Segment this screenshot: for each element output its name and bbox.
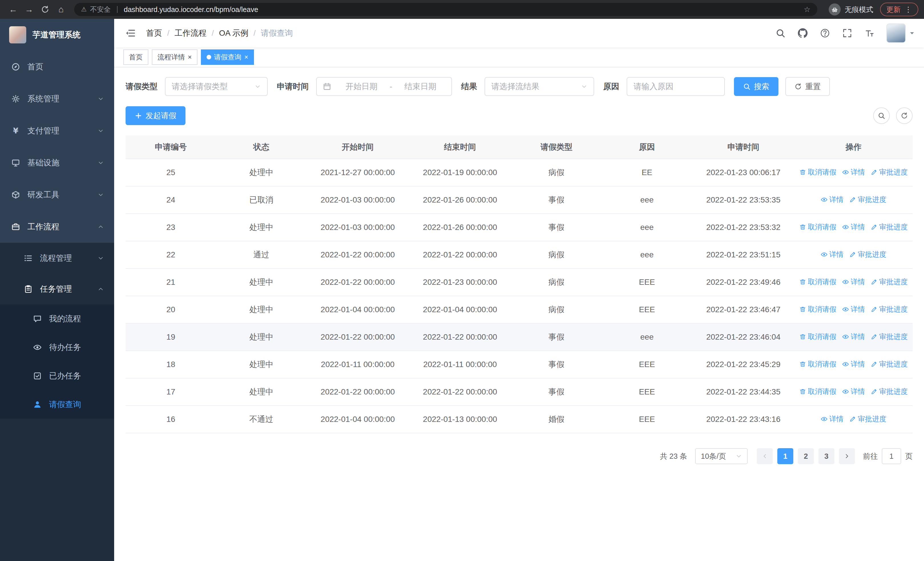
progress-link[interactable]: 审批进度 (871, 277, 908, 286)
goto-page-input[interactable] (882, 448, 901, 464)
toggle-search-button[interactable] (873, 107, 890, 124)
reason-input[interactable] (627, 77, 725, 96)
sidebar-item-payment-management[interactable]: ¥支付管理 (0, 115, 114, 147)
sidebar-item-my-processes[interactable]: 我的流程 (0, 304, 114, 333)
sidebar-toggle-icon[interactable] (123, 28, 138, 38)
sidebar-item-system-management[interactable]: 系统管理 (0, 83, 114, 115)
cancel-link[interactable]: 取消请假 (799, 359, 836, 369)
page-size-select[interactable]: 10条/页 (695, 448, 748, 464)
cell-start-time: 2022-01-22 00:00:00 (306, 269, 409, 296)
sidebar-item-infrastructure[interactable]: 基础设施 (0, 147, 114, 179)
next-page-button[interactable] (839, 448, 855, 464)
cell-apply-no: 23 (126, 214, 216, 241)
help-icon[interactable] (814, 28, 836, 38)
detail-link[interactable]: 详情 (842, 277, 865, 286)
app-logo[interactable]: 芋道管理系统 (0, 19, 114, 51)
refresh-icon (795, 83, 802, 90)
sidebar-item-leave-query[interactable]: 请假查询 (0, 390, 114, 419)
browser-home-button[interactable]: ⌂ (54, 2, 69, 17)
fullscreen-icon[interactable] (836, 28, 858, 38)
cell-end-time: 2022-01-22 00:00:00 (409, 323, 512, 351)
sidebar-item-process-management[interactable]: 流程管理 (0, 243, 114, 274)
search-button[interactable]: 搜索 (734, 77, 778, 96)
close-icon[interactable]: × (188, 54, 192, 60)
progress-link[interactable]: 审批进度 (849, 414, 886, 424)
cell-apply-time: 2022-01-22 23:44:35 (692, 378, 795, 406)
browser-menu-kebab-icon[interactable]: ⋮ (904, 5, 912, 14)
apply-time-label: 申请时间 (277, 81, 309, 92)
bookmark-star-icon[interactable]: ☆ (804, 5, 810, 14)
reset-button[interactable]: 重置 (785, 77, 830, 96)
page-button-3[interactable]: 3 (818, 448, 834, 464)
progress-link[interactable]: 审批进度 (871, 332, 908, 341)
tag-label: 流程详情 (158, 53, 185, 62)
edit-icon (871, 224, 878, 230)
result-select[interactable]: 请选择流结果 (484, 77, 594, 96)
detail-link[interactable]: 详情 (842, 332, 865, 341)
github-icon[interactable] (792, 28, 814, 38)
address-bar[interactable]: ⚠ 不安全 dashboard.yudao.iocoder.cn/bpm/oa/… (74, 3, 817, 16)
view-tag[interactable]: 请假查询× (201, 50, 254, 65)
cancel-link[interactable]: 取消请假 (799, 222, 836, 232)
progress-link[interactable]: 审批进度 (871, 359, 908, 369)
cancel-link[interactable]: 取消请假 (799, 304, 836, 314)
leave-type-select[interactable]: 请选择请假类型 (165, 77, 268, 96)
edit-icon (871, 306, 878, 313)
page-unit-label: 页 (905, 451, 913, 461)
edit-icon (849, 196, 856, 203)
page-button-2[interactable]: 2 (798, 448, 814, 464)
detail-link[interactable]: 详情 (842, 387, 865, 396)
progress-link[interactable]: 审批进度 (849, 195, 886, 204)
progress-link[interactable]: 审批进度 (871, 222, 908, 232)
user-menu[interactable] (886, 23, 915, 43)
page-button-1[interactable]: 1 (777, 448, 793, 464)
cell-status: 处理中 (216, 378, 306, 406)
cell-apply-time: 2022-01-22 23:53:35 (692, 186, 795, 214)
back-button[interactable]: ← (6, 2, 21, 17)
detail-link[interactable]: 详情 (842, 222, 865, 232)
chevron-down-icon (581, 83, 587, 90)
refresh-table-button[interactable] (896, 107, 913, 124)
font-size-icon[interactable] (858, 28, 880, 38)
cell-start-time: 2022-01-22 00:00:00 (306, 241, 409, 269)
view-tag[interactable]: 流程详情× (152, 50, 198, 65)
cancel-link[interactable]: 取消请假 (799, 167, 836, 177)
cell-reason: eee (602, 186, 692, 214)
detail-link[interactable]: 详情 (821, 414, 843, 424)
prev-page-button[interactable] (757, 448, 773, 464)
cancel-link[interactable]: 取消请假 (799, 332, 836, 341)
progress-link[interactable]: 审批进度 (871, 387, 908, 396)
cell-apply-no: 20 (126, 296, 216, 323)
update-button[interactable]: 更新 ⋮ (880, 3, 918, 16)
detail-link[interactable]: 详情 (842, 167, 865, 177)
view-tag[interactable]: 首页 (123, 50, 148, 65)
progress-link[interactable]: 审批进度 (849, 250, 886, 259)
reload-button[interactable] (38, 2, 52, 17)
sidebar-item-todo-tasks[interactable]: 待办任务 (0, 333, 114, 362)
sidebar-item-workflow[interactable]: 工作流程 (0, 211, 114, 243)
cell-reason: eee (602, 323, 692, 351)
progress-link[interactable]: 审批进度 (871, 304, 908, 314)
sidebar-item-task-management[interactable]: 任务管理 (0, 274, 114, 304)
close-icon[interactable]: × (244, 54, 248, 60)
sidebar-item-done-tasks[interactable]: 已办任务 (0, 362, 114, 390)
progress-link[interactable]: 审批进度 (871, 167, 908, 177)
breadcrumb-item[interactable]: OA 示例 (219, 28, 249, 39)
detail-link[interactable]: 详情 (821, 195, 843, 204)
apply-time-range-picker[interactable]: 开始日期 - 结束日期 (316, 77, 452, 96)
breadcrumb-item[interactable]: 工作流程 (175, 28, 207, 39)
detail-link[interactable]: 详情 (842, 359, 865, 369)
detail-link[interactable]: 详情 (821, 250, 843, 259)
sidebar-item-dev-tools[interactable]: 研发工具 (0, 179, 114, 211)
search-icon[interactable] (770, 28, 792, 38)
sidebar-item-home[interactable]: 首页 (0, 51, 114, 83)
eye-icon (842, 278, 849, 285)
create-leave-button[interactable]: 发起请假 (126, 106, 186, 125)
forward-button[interactable]: → (22, 2, 36, 17)
breadcrumb-item[interactable]: 首页 (146, 28, 162, 39)
cancel-link[interactable]: 取消请假 (799, 277, 836, 286)
detail-link[interactable]: 详情 (842, 304, 865, 314)
cancel-link[interactable]: 取消请假 (799, 387, 836, 396)
chevron-down-icon (255, 83, 261, 90)
result-label: 结果 (461, 81, 477, 92)
